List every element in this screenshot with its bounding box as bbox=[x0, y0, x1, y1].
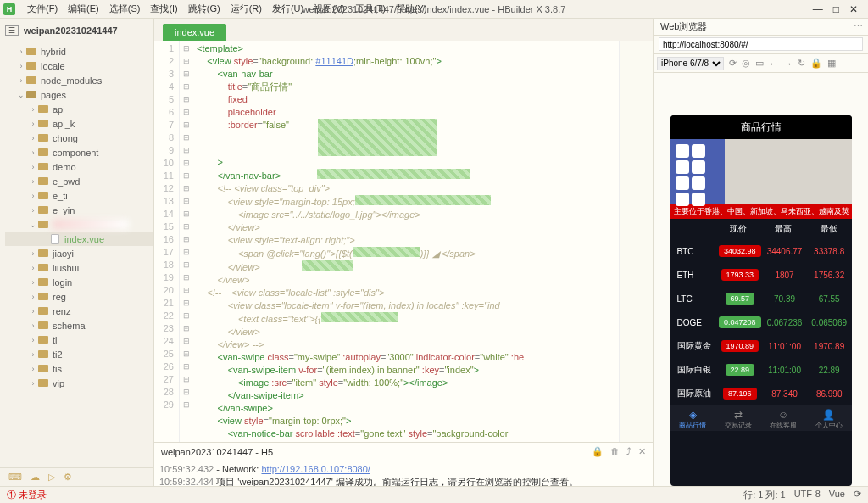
settings-icon[interactable]: ⚙ bbox=[64, 472, 72, 483]
terminal-icon[interactable]: ⌨ bbox=[8, 472, 22, 483]
screenshot-icon[interactable]: ◎ bbox=[742, 58, 750, 69]
phone-preview: 商品行情 主要位于香港、中国、新加坡、马来西亚、越南及英国。 现价 最高 最低 … bbox=[670, 115, 852, 486]
folder-item[interactable]: ›ti bbox=[5, 333, 153, 347]
console-export-icon[interactable]: ⤴ bbox=[626, 446, 632, 457]
menu-item[interactable]: 运行(R) bbox=[225, 3, 267, 14]
phone-tab[interactable]: ◈商品行情 bbox=[670, 405, 716, 431]
market-row[interactable]: 国际白银22.8911:01:0022.89 bbox=[670, 358, 852, 382]
menu-item[interactable]: 编辑(E) bbox=[63, 3, 104, 14]
phone-tab[interactable]: ⇄交易记录 bbox=[715, 405, 761, 431]
console-close-icon[interactable]: ✕ bbox=[638, 446, 646, 457]
folder-item[interactable]: ›chong bbox=[5, 131, 153, 145]
folder-item[interactable]: ›liushui bbox=[5, 260, 153, 275]
folder-item[interactable]: ›api_k bbox=[5, 116, 153, 131]
forward-icon[interactable]: → bbox=[783, 59, 793, 69]
folder-item[interactable]: ›vip bbox=[5, 376, 153, 390]
line-gutter: 1234567891011121314151617181920212223242… bbox=[154, 41, 180, 442]
phone-nav-title: 商品行情 bbox=[670, 115, 852, 139]
folder-item[interactable]: ›demo bbox=[5, 159, 153, 174]
refresh-icon[interactable]: ↻ bbox=[798, 58, 805, 69]
rotate-icon[interactable]: ⟳ bbox=[729, 58, 737, 69]
phone-table-header: 现价 最高 最低 bbox=[670, 219, 852, 239]
market-row[interactable]: ETH1793.3318071756.32 bbox=[670, 263, 852, 287]
file-tree: ›hybrid›locale›node_modules⌄pages›api›ap… bbox=[0, 42, 153, 467]
window-close[interactable]: ✕ bbox=[849, 3, 858, 15]
market-row[interactable]: DOGE0.0472080.0672360.065069 bbox=[670, 310, 852, 334]
menu-item[interactable]: 选择(S) bbox=[104, 3, 146, 14]
folder-item[interactable]: ›e_yin bbox=[5, 203, 153, 217]
folder-item[interactable]: ›jiaoyi bbox=[5, 246, 153, 260]
folder-item[interactable]: ›ti2 bbox=[5, 347, 153, 361]
editor-tab-bar: index.vue bbox=[154, 19, 653, 41]
folder-item[interactable]: ⌄ bbox=[5, 217, 153, 232]
folder-item[interactable]: ›e_pwd bbox=[5, 174, 153, 188]
window-title: weipan202310241447/pages/index/index.vue… bbox=[303, 4, 566, 14]
status-bar: ① 未登录 行: 1 列: 1 UTF-8 Vue ⟳ bbox=[0, 486, 868, 503]
grid-icon[interactable]: ▦ bbox=[827, 58, 836, 69]
file-item[interactable]: index.vue bbox=[5, 232, 153, 246]
window-minimize[interactable]: — bbox=[813, 3, 823, 15]
preview-more-icon[interactable]: ⋯ bbox=[854, 21, 868, 32]
console-title: weipan202310241447 - H5 bbox=[161, 447, 273, 457]
phone-tab[interactable]: ☺在线客服 bbox=[761, 405, 807, 431]
cloud-icon[interactable]: ☁ bbox=[31, 472, 40, 483]
minimap[interactable] bbox=[619, 41, 653, 442]
app-logo: H bbox=[3, 3, 15, 15]
language-mode[interactable]: Vue bbox=[829, 489, 845, 501]
project-root[interactable]: weipan202310241447 bbox=[24, 25, 118, 36]
folder-item[interactable]: ›reg bbox=[5, 289, 153, 304]
sidebar-toolbar: ⌨ ☁ ▷ ⚙ bbox=[0, 467, 153, 486]
folder-item[interactable]: ›schema bbox=[5, 318, 153, 333]
folder-item[interactable]: ›tis bbox=[5, 361, 153, 376]
market-row[interactable]: 国际黄金1970.8911:01:001970.89 bbox=[670, 334, 852, 358]
encoding[interactable]: UTF-8 bbox=[794, 489, 821, 501]
device-select[interactable]: iPhone 6/7/8 bbox=[657, 57, 724, 70]
phone-banner[interactable] bbox=[670, 139, 852, 204]
folder-item[interactable]: ›component bbox=[5, 145, 153, 159]
phone-tab[interactable]: 👤个人中心 bbox=[806, 405, 852, 431]
fold-gutter: ⊟⊟⊟⊟⊟⊟⊟⊟⊟⊟⊟⊟⊟⊟⊟⊟⊟⊟⊟⊟⊟⊟⊟⊟⊟⊟⊟⊟⊟ bbox=[180, 41, 193, 442]
run-icon[interactable]: ▷ bbox=[48, 472, 55, 483]
code-editor[interactable]: <template> <view style="background: #111… bbox=[193, 41, 619, 442]
preview-panel: Web浏览器⋯ iPhone 6/7/8 ⟳ ◎ ▭ ← → ↻ 🔒 ▦ 商品行… bbox=[653, 19, 868, 486]
menu-bar: H 文件(F)编辑(E)选择(S)查找(I)跳转(G)运行(R)发行(U)视图(… bbox=[0, 0, 868, 19]
preview-title: Web浏览器 bbox=[660, 20, 707, 33]
market-row[interactable]: 国际原油87.19687.34086.990 bbox=[670, 382, 852, 405]
project-sidebar: ☰ weipan202310241447 ›hybrid›locale›node… bbox=[0, 19, 154, 486]
sync-icon[interactable]: ⟳ bbox=[854, 489, 861, 501]
folder-item[interactable]: ›renz bbox=[5, 304, 153, 318]
folder-item[interactable]: ›e_ti bbox=[5, 188, 153, 203]
console-lock-icon[interactable]: 🔒 bbox=[592, 446, 604, 457]
folder-item[interactable]: ›locale bbox=[5, 59, 153, 73]
cursor-position: 行: 1 列: 1 bbox=[743, 489, 786, 501]
menu-item[interactable]: 跳转(G) bbox=[183, 3, 225, 14]
market-row[interactable]: LTC69.5770.3967.55 bbox=[670, 287, 852, 310]
login-status[interactable]: ① 未登录 bbox=[7, 489, 47, 501]
folder-item[interactable]: ›hybrid bbox=[5, 44, 153, 59]
folder-item[interactable]: ›node_modules bbox=[5, 73, 153, 87]
folder-item[interactable]: ›login bbox=[5, 275, 153, 289]
window-maximize[interactable]: □ bbox=[833, 3, 839, 15]
collapse-icon[interactable]: ☰ bbox=[5, 25, 19, 36]
market-row[interactable]: BTC34032.9834406.7733378.8 bbox=[670, 239, 852, 263]
devtools-icon[interactable]: ▭ bbox=[755, 58, 764, 69]
editor-area: index.vue 123456789101112131415161718192… bbox=[154, 19, 653, 442]
preview-url-input[interactable] bbox=[659, 37, 863, 51]
console-clear-icon[interactable]: 🗑 bbox=[610, 446, 620, 457]
editor-tab[interactable]: index.vue bbox=[163, 24, 226, 41]
back-icon[interactable]: ← bbox=[769, 59, 778, 69]
folder-item[interactable]: ⌄pages bbox=[5, 87, 153, 102]
menu-item[interactable]: 查找(I) bbox=[145, 3, 182, 14]
menu-item[interactable]: 文件(F) bbox=[22, 3, 63, 14]
folder-item[interactable]: ›api bbox=[5, 102, 153, 116]
phone-tabbar: ◈商品行情⇄交易记录☺在线客服👤个人中心 bbox=[670, 405, 852, 431]
lock-icon[interactable]: 🔒 bbox=[810, 58, 822, 69]
